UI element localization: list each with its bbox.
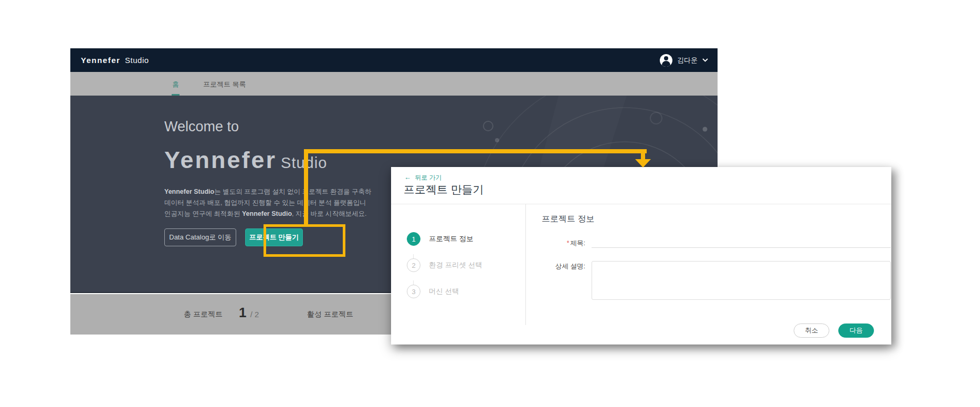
- desc-line-1: 는 별도의 프로그램 설치 없이 프로젝트 환경을 구축하: [214, 188, 371, 195]
- desc-line-3-rest: , 지금 바로 시작해보세요.: [292, 210, 366, 217]
- wizard-stepper: 1 프로젝트 정보 2 환경 프리셋 선택 3 머신 선택: [391, 204, 526, 325]
- highlight-box: [264, 224, 345, 257]
- data-catalog-button[interactable]: Data Catalog로 이동: [164, 228, 236, 246]
- page: Yennefer Studio 김다운 홈 프로젝트 목록: [0, 0, 980, 407]
- total-projects-count: 1: [239, 305, 246, 320]
- desc-line-2: 데이터 분석과 배포, 협업까지 진행할 수 있는 데이터 분석 플랫폼입니: [164, 199, 366, 206]
- tab-bar: 홈 프로젝트 목록: [70, 72, 718, 96]
- title-field-label: *제목:: [538, 239, 585, 248]
- step-machine-select: 3 머신 선택: [407, 285, 459, 298]
- user-avatar-icon: [660, 54, 672, 67]
- total-projects-label: 총 프로젝트: [184, 310, 223, 319]
- user-name: 김다운: [677, 56, 698, 65]
- title-input[interactable]: [592, 234, 891, 248]
- logo-secondary-text: Studio: [125, 56, 149, 65]
- welcome-text: Welcome to: [164, 119, 371, 135]
- total-projects-value: 1 / 2: [239, 305, 259, 321]
- logo-primary-text: Yennefer: [81, 56, 120, 65]
- step-1-label: 프로젝트 정보: [429, 234, 473, 244]
- annotation-arrow-segment: [304, 149, 647, 153]
- cancel-button[interactable]: 취소: [794, 323, 829, 338]
- annotation-arrow-head: [635, 159, 651, 168]
- step-env-preset: 2 환경 프리셋 선택: [407, 258, 482, 272]
- active-projects-label: 활성 프로젝트: [307, 310, 353, 319]
- step-2-circle: 2: [407, 258, 420, 272]
- desc-line-3-pre: 인공지능 연구에 최적화된: [164, 210, 242, 217]
- step-3-circle: 3: [407, 285, 420, 298]
- annotation-arrow-segment: [304, 151, 308, 224]
- user-menu[interactable]: 김다운: [660, 54, 708, 67]
- step-2-label: 환경 프리셋 선택: [429, 260, 482, 270]
- step-project-info: 1 프로젝트 정보: [407, 232, 473, 246]
- desc-bold-3: Yennefer Studio: [242, 210, 292, 217]
- back-link[interactable]: ← 뒤로 가기: [404, 173, 442, 182]
- step-1-circle: 1: [407, 232, 420, 246]
- modal-footer: 취소 다음: [794, 323, 874, 338]
- back-arrow-icon: ←: [404, 173, 411, 181]
- back-link-label: 뒤로 가기: [415, 174, 441, 181]
- modal-body: 1 프로젝트 정보 2 환경 프리셋 선택 3 머신 선택 프로젝트 정보 *제…: [391, 204, 891, 325]
- step-3-label: 머신 선택: [429, 287, 459, 296]
- description-textarea[interactable]: [592, 261, 891, 300]
- brand-primary-text: Yennefer: [164, 147, 277, 173]
- next-button[interactable]: 다음: [838, 323, 874, 338]
- desc-bold-1: Yennefer Studio: [164, 188, 214, 195]
- create-project-modal: ← 뒤로 가기 프로젝트 만들기 1 프로젝트 정보 2 환경 프리셋 선택 3…: [391, 167, 891, 345]
- app-header: Yennefer Studio 김다운: [70, 48, 718, 72]
- chevron-down-icon: [702, 58, 708, 62]
- total-projects-denominator: / 2: [250, 310, 259, 319]
- modal-title: 프로젝트 만들기: [404, 182, 484, 197]
- required-mark: *: [567, 239, 570, 247]
- tab-home[interactable]: 홈: [172, 72, 180, 96]
- tab-project-list[interactable]: 프로젝트 목록: [203, 72, 247, 96]
- hero-description: Yennefer Studio는 별도의 프로그램 설치 없이 프로젝트 환경을…: [164, 186, 371, 220]
- description-field-label: 상세 설명:: [538, 262, 585, 271]
- project-info-form: 프로젝트 정보 *제목: 상세 설명:: [526, 204, 891, 325]
- annotation-arrow-segment: [641, 151, 645, 160]
- app-logo: Yennefer Studio: [81, 56, 149, 65]
- form-section-title: 프로젝트 정보: [542, 214, 594, 225]
